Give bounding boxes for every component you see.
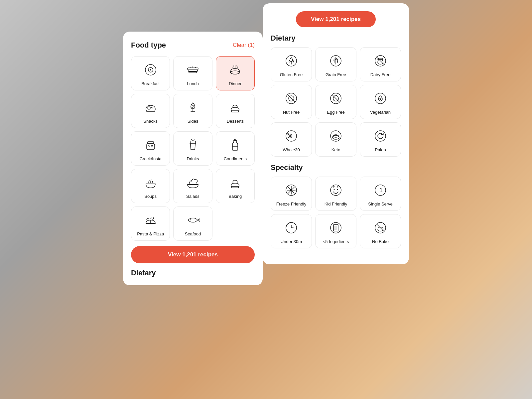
whole30-icon: 30 <box>283 128 299 144</box>
sides-label: Sides <box>188 119 199 124</box>
kid-friendly-label: Kid Friendly <box>325 201 347 206</box>
food-item-pasta-pizza[interactable]: Pasta & Pizza <box>131 206 170 241</box>
lunch-icon <box>185 62 201 78</box>
svg-point-16 <box>149 145 150 146</box>
specialty-item-freeze-friendly[interactable]: Freeze Friendly <box>271 177 312 211</box>
svg-line-39 <box>332 95 339 102</box>
specialty-item-no-bake[interactable]: No Bake <box>360 214 401 248</box>
pasta-pizza-icon <box>143 212 159 228</box>
svg-rect-5 <box>189 71 197 73</box>
specialty-item-single-serve[interactable]: 1 Single Serve <box>360 177 401 211</box>
dietary-item-paleo[interactable]: Paleo <box>360 122 401 157</box>
dietary-item-dairy-free[interactable]: Dairy Free <box>360 47 401 81</box>
svg-rect-63 <box>333 224 338 231</box>
paleo-icon <box>372 128 388 144</box>
view-recipes-button-left[interactable]: View 1,201 recipes <box>131 246 255 263</box>
food-item-crock-insta[interactable]: Crock/Insta <box>131 131 170 166</box>
freeze-friendly-icon <box>283 182 299 198</box>
dietary-item-keto[interactable]: Keto <box>315 122 356 157</box>
5-ingredients-label: <5 Ingedients <box>323 239 349 244</box>
food-type-panel: Food type Clear (1) Breakfast <box>123 32 263 285</box>
svg-rect-14 <box>147 144 155 150</box>
single-serve-label: Single Serve <box>368 201 393 206</box>
dietary-item-vegetarian[interactable]: Vegetarian <box>360 85 401 119</box>
food-item-drinks[interactable]: Drinks <box>173 131 212 166</box>
panel-header: Food type Clear (1) <box>131 41 255 50</box>
sides-icon <box>185 99 201 115</box>
svg-point-2 <box>150 69 151 70</box>
under-30m-label: Under 30m <box>281 239 302 244</box>
whole30-label: Whole30 <box>283 147 300 152</box>
egg-free-icon <box>328 90 344 106</box>
5-ingredients-icon <box>328 220 344 236</box>
specialty-item-under-30m[interactable]: Under 30m <box>271 214 312 248</box>
svg-point-57 <box>334 189 335 190</box>
snacks-icon <box>143 99 159 115</box>
dairy-free-icon <box>372 53 388 69</box>
egg-free-label: Egg Free <box>327 110 344 115</box>
drinks-label: Drinks <box>187 156 199 161</box>
svg-point-10 <box>148 107 150 109</box>
food-item-salads[interactable]: Salads <box>173 169 212 203</box>
dietary-title-left: Dietary <box>131 269 255 277</box>
svg-point-56 <box>331 185 341 196</box>
svg-rect-3 <box>188 68 198 70</box>
svg-rect-15 <box>147 142 154 144</box>
food-type-grid: Breakfast Lunch <box>131 56 255 241</box>
grain-free-icon <box>328 53 344 69</box>
crock-label: Crock/Insta <box>140 156 162 161</box>
svg-rect-20 <box>234 139 236 141</box>
dietary-item-nut-free[interactable]: Nut Free <box>271 85 312 119</box>
gluten-free-icon <box>283 53 299 69</box>
soups-icon <box>143 175 159 191</box>
food-item-sides[interactable]: Sides <box>173 94 212 128</box>
desserts-label: Desserts <box>227 119 244 124</box>
no-bake-label: No Bake <box>372 239 389 244</box>
freeze-friendly-label: Freeze Friendly <box>276 201 306 206</box>
food-item-lunch[interactable]: Lunch <box>173 56 212 90</box>
baking-icon <box>227 175 243 191</box>
single-serve-icon: 1 <box>372 182 388 198</box>
lunch-label: Lunch <box>187 81 199 86</box>
dinner-icon <box>227 62 243 78</box>
svg-point-28 <box>286 56 297 66</box>
dietary-item-gluten-free[interactable]: Gluten Free <box>271 47 312 81</box>
view-recipes-button-top[interactable]: View 1,201 recipes <box>296 11 376 27</box>
breakfast-label: Breakfast <box>141 81 160 86</box>
panel-title: Food type <box>131 41 166 50</box>
food-item-seafood[interactable]: Seafood <box>173 206 212 241</box>
food-item-soups[interactable]: Soups <box>131 169 170 203</box>
condiments-icon <box>227 137 243 153</box>
desserts-icon <box>227 99 243 115</box>
salads-icon <box>185 175 201 191</box>
dietary-item-whole30[interactable]: 30 Whole30 <box>271 122 312 157</box>
clear-button[interactable]: Clear (1) <box>233 42 255 49</box>
crock-icon <box>143 137 159 153</box>
food-item-condiments[interactable]: Condiments <box>216 131 255 166</box>
food-item-desserts[interactable]: Desserts <box>216 94 255 128</box>
dietary-item-egg-free[interactable]: Egg Free <box>315 85 356 119</box>
seafood-label: Seafood <box>185 231 201 236</box>
food-item-breakfast[interactable]: Breakfast <box>131 56 170 90</box>
dietary-item-grain-free[interactable]: Grain Free <box>315 47 356 81</box>
baking-label: Baking <box>228 194 242 199</box>
specialty-item-5-ingredients[interactable]: <5 Ingedients <box>315 214 356 248</box>
svg-point-47 <box>375 131 386 141</box>
svg-text:1: 1 <box>379 187 383 194</box>
nut-free-label: Nut Free <box>283 110 300 115</box>
dietary-panel: View 1,201 recipes Dietary Gluten Free <box>263 3 409 264</box>
condiments-label: Condiments <box>224 156 247 161</box>
paleo-label: Paleo <box>375 147 386 152</box>
vegetarian-label: Vegetarian <box>370 110 391 115</box>
svg-point-62 <box>331 222 341 233</box>
dietary-section-title: Dietary <box>271 34 401 43</box>
svg-point-27 <box>190 219 191 220</box>
food-item-baking[interactable]: Baking <box>216 169 255 203</box>
specialty-item-kid-friendly[interactable]: Kid Friendly <box>315 177 356 211</box>
vegetarian-icon <box>372 90 388 106</box>
dinner-label: Dinner <box>229 81 241 86</box>
food-item-dinner[interactable]: Dinner <box>216 56 255 90</box>
food-item-snacks[interactable]: Snacks <box>131 94 170 128</box>
specialty-grid: Freeze Friendly Kid Friendly <box>271 177 401 248</box>
gluten-free-label: Gluten Free <box>280 72 303 77</box>
